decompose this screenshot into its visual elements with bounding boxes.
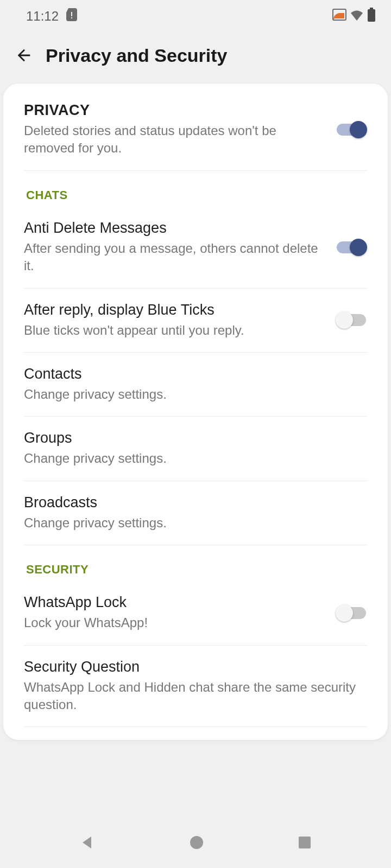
groups-row[interactable]: Groups Change privacy settings. — [3, 417, 388, 480]
contacts-title: Contacts — [24, 366, 356, 382]
wifi-icon — [350, 9, 364, 24]
cast-icon — [332, 9, 346, 24]
contacts-row[interactable]: Contacts Change privacy settings. — [3, 353, 388, 416]
broadcasts-title: Broadcasts — [24, 494, 356, 511]
whatsapp-lock-row[interactable]: WhatsApp Lock Lock your WhatsApp! — [3, 581, 388, 644]
blue-ticks-row[interactable]: After reply, display Blue Ticks Blue tic… — [3, 289, 388, 352]
chats-heading: CHATS — [3, 171, 388, 207]
square-recent-icon — [298, 835, 312, 850]
privacy-heading: PRIVACY — [24, 102, 325, 119]
groups-desc: Change privacy settings. — [24, 450, 356, 467]
sim-alert-icon — [66, 8, 77, 24]
back-button[interactable] — [13, 44, 35, 66]
svg-rect-1 — [71, 17, 72, 18]
whatsapp-lock-toggle[interactable] — [336, 604, 367, 622]
divider — [24, 726, 367, 727]
app-header: Privacy and Security — [0, 33, 391, 84]
blue-ticks-toggle[interactable] — [336, 311, 367, 329]
anti-delete-toggle[interactable] — [336, 239, 367, 256]
svg-point-5 — [190, 836, 203, 849]
svg-rect-3 — [370, 8, 373, 9]
privacy-deleted-stories-desc: Deleted stories and status updates won't… — [24, 122, 325, 157]
svg-rect-4 — [368, 9, 375, 22]
blue-ticks-title: After reply, display Blue Ticks — [24, 302, 325, 318]
nav-recent-button[interactable] — [298, 835, 312, 852]
security-question-row[interactable]: Security Question WhatsApp Lock and Hidd… — [3, 646, 388, 727]
contacts-desc: Change privacy settings. — [24, 386, 356, 403]
page-title: Privacy and Security — [46, 45, 228, 66]
anti-delete-title: Anti Delete Messages — [24, 220, 325, 237]
privacy-deleted-stories-row[interactable]: PRIVACY Deleted stories and status updat… — [3, 89, 388, 170]
broadcasts-row[interactable]: Broadcasts Change privacy settings. — [3, 481, 388, 545]
blue-ticks-desc: Blue ticks won't appear until you reply. — [24, 322, 325, 339]
system-nav-bar — [0, 819, 391, 868]
svg-rect-0 — [71, 12, 72, 16]
settings-card: PRIVACY Deleted stories and status updat… — [3, 84, 388, 740]
nav-back-button[interactable] — [79, 834, 96, 853]
status-time: 11:12 — [26, 9, 59, 24]
status-bar: 11:12 — [0, 0, 391, 33]
anti-delete-desc: After sending you a message, others cann… — [24, 240, 325, 275]
security-question-desc: WhatsApp Lock and Hidden chat share the … — [24, 679, 356, 714]
anti-delete-row[interactable]: Anti Delete Messages After sending you a… — [3, 207, 388, 288]
security-heading: SECURITY — [3, 545, 388, 581]
groups-title: Groups — [24, 430, 356, 446]
svg-rect-6 — [299, 837, 311, 848]
nav-home-button[interactable] — [189, 835, 204, 852]
circle-home-icon — [189, 835, 204, 850]
broadcasts-desc: Change privacy settings. — [24, 514, 356, 532]
whatsapp-lock-desc: Lock your WhatsApp! — [24, 614, 325, 631]
whatsapp-lock-title: WhatsApp Lock — [24, 594, 325, 611]
security-question-title: Security Question — [24, 659, 356, 675]
privacy-deleted-stories-toggle[interactable] — [336, 121, 367, 138]
battery-icon — [367, 8, 376, 25]
arrow-left-icon — [15, 46, 33, 65]
triangle-back-icon — [79, 834, 96, 851]
